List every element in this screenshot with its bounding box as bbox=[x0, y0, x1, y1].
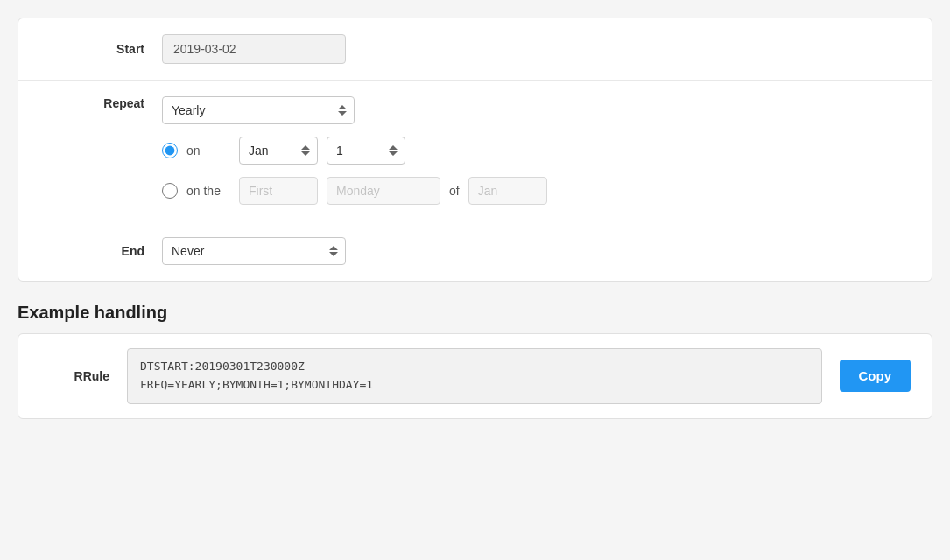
start-input[interactable] bbox=[162, 34, 346, 64]
repeat-label: Repeat bbox=[39, 96, 144, 110]
end-row: End NeverAfterOn date bbox=[18, 221, 932, 281]
end-label: End bbox=[39, 244, 144, 258]
rrule-line1: DTSTART:20190301T230000Z bbox=[140, 360, 305, 373]
start-label: Start bbox=[39, 42, 144, 56]
rrule-label: RRule bbox=[39, 369, 109, 383]
rrule-value: DTSTART:20190301T230000Z FREQ=YEARLY;BYM… bbox=[127, 348, 822, 404]
repeat-select[interactable]: Yearly Monthly Weekly Daily bbox=[162, 96, 355, 124]
rrule-line2: FREQ=YEARLY;BYMONTH=1;BYMONTHDAY=1 bbox=[140, 378, 373, 391]
radio-on[interactable] bbox=[162, 143, 178, 158]
start-row: Start bbox=[18, 18, 932, 80]
on-text: on bbox=[186, 144, 230, 158]
repeat-option-on-the-row: on the FirstSecondThirdFourthLast Monday… bbox=[162, 177, 911, 205]
copy-button[interactable]: Copy bbox=[840, 360, 911, 392]
example-section: Example handling RRule DTSTART:20190301T… bbox=[18, 303, 932, 419]
on-day-select[interactable]: 1234 5678 9101112 13141516 17181920 2122… bbox=[327, 136, 405, 164]
rrule-card: RRule DTSTART:20190301T230000Z FREQ=YEAR… bbox=[18, 333, 932, 419]
weekday-select[interactable]: MondayTuesdayWednesday ThursdayFridaySat… bbox=[327, 177, 440, 205]
example-title: Example handling bbox=[18, 303, 932, 323]
end-select[interactable]: NeverAfterOn date bbox=[162, 237, 346, 265]
of-text: of bbox=[449, 184, 460, 198]
repeat-row: Repeat Yearly Monthly Weekly Daily on Ja… bbox=[18, 80, 932, 221]
start-content bbox=[162, 34, 911, 64]
on-the-text: on the bbox=[186, 184, 230, 198]
radio-on-the[interactable] bbox=[162, 183, 178, 199]
on-month-select[interactable]: JanFebMarApr MayJunJulAug SepOctNovDec bbox=[239, 136, 318, 164]
recurrence-card: Start Repeat Yearly Monthly Weekly Daily… bbox=[18, 18, 932, 282]
end-content: NeverAfterOn date bbox=[162, 237, 911, 265]
repeat-option-on-row: on JanFebMarApr MayJunJulAug SepOctNovDe… bbox=[162, 136, 911, 164]
ordinal-select[interactable]: FirstSecondThirdFourthLast bbox=[239, 177, 318, 205]
of-month-select[interactable]: JanFebMarApr MayJunJulAug SepOctNovDec bbox=[468, 177, 547, 205]
repeat-select-wrapper: Yearly Monthly Weekly Daily bbox=[162, 96, 911, 124]
